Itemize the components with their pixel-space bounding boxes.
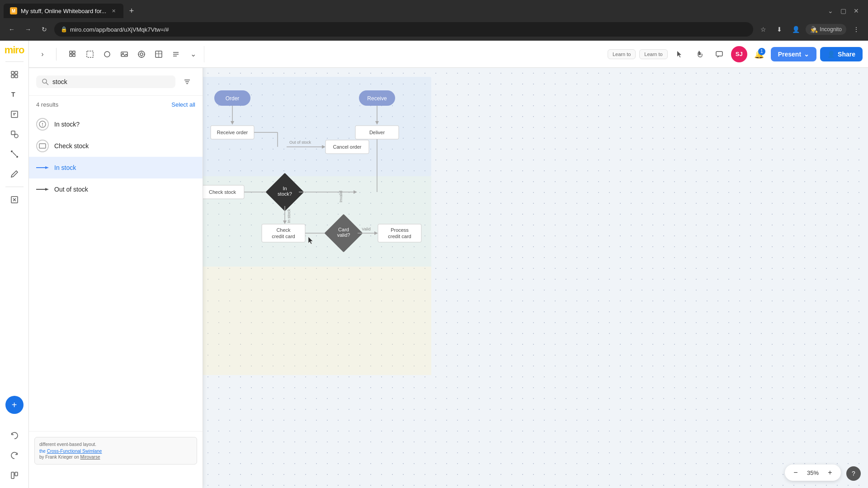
svg-text:Process: Process: [391, 227, 409, 233]
sidebar-item-pen[interactable]: [5, 165, 24, 183]
sidebar-item-text[interactable]: T: [5, 85, 24, 103]
user-avatar[interactable]: SJ: [731, 46, 747, 62]
incognito-btn[interactable]: 🕵 Incognito: [806, 24, 846, 35]
help-btn[interactable]: ?: [846, 466, 861, 481]
address-bar[interactable]: 🔒 miro.com/app/board/uXjVMqk7Vtw=/#: [54, 22, 753, 37]
tools-group-main: ⌄: [62, 46, 204, 62]
tab-bar: M My stuff, Online Whiteboard for... ✕ +…: [0, 0, 868, 18]
select-all-btn[interactable]: Select all: [171, 101, 195, 108]
toolbar-target-btn[interactable]: [133, 46, 150, 62]
svg-text:Out of stock: Out of stock: [289, 140, 311, 145]
notification-badge: 1: [758, 48, 765, 55]
preview-link[interactable]: the Cross-Functional Swimlane: [39, 449, 192, 454]
result-icon-connector-in-stock: [36, 161, 49, 174]
miro-logo[interactable]: miro: [5, 44, 24, 56]
result-icon-shape: [36, 118, 49, 131]
notification-btn[interactable]: 🔔 1: [751, 46, 767, 62]
svg-rect-103: [378, 224, 421, 242]
svg-text:In: In: [283, 186, 287, 191]
top-toolbar: › ⌄: [29, 41, 868, 68]
svg-rect-18: [70, 51, 72, 53]
zoom-out-btn[interactable]: −: [790, 467, 801, 478]
canvas-area[interactable]: miro My stuff: [29, 68, 868, 488]
svg-rect-22: [87, 51, 93, 57]
profile-btn[interactable]: 👤: [789, 23, 802, 36]
svg-rect-3: [15, 75, 18, 78]
new-tab-btn[interactable]: +: [125, 5, 138, 17]
search-result-out-of-stock[interactable]: Out of stock: [29, 178, 203, 200]
svg-rect-20: [70, 54, 72, 56]
share-label: Share: [838, 51, 855, 58]
toolbar-expand-btn[interactable]: ›: [34, 46, 51, 62]
tab-close-btn[interactable]: ✕: [110, 7, 117, 14]
svg-text:Deliver: Deliver: [369, 130, 385, 135]
svg-text:valid?: valid?: [337, 232, 350, 238]
search-result-check-stock[interactable]: Check stock: [29, 135, 203, 157]
refresh-btn[interactable]: ↻: [38, 23, 51, 36]
forward-btn[interactable]: →: [22, 23, 34, 36]
sidebar-item-connectors[interactable]: [5, 145, 24, 163]
svg-rect-92: [262, 224, 305, 242]
svg-rect-5: [11, 111, 18, 117]
svg-text:Order: Order: [226, 95, 240, 102]
search-input[interactable]: [52, 78, 170, 85]
sidebar-divider-mid: [5, 187, 24, 187]
sidebar-item-sticky[interactable]: [5, 105, 24, 123]
toolbar-table-btn[interactable]: [151, 46, 167, 62]
zoom-in-btn[interactable]: +: [825, 467, 835, 478]
svg-point-26: [138, 51, 145, 57]
toolbar-select-btn[interactable]: [82, 46, 98, 62]
result-icon-rect: [36, 140, 49, 152]
menu-btn[interactable]: ⋮: [850, 23, 863, 36]
svg-point-27: [140, 53, 143, 56]
svg-text:Check: Check: [276, 227, 291, 233]
svg-rect-50: [39, 144, 46, 148]
toolbar-image-btn[interactable]: [116, 46, 132, 62]
result-label-check-stock: Check stock: [54, 142, 89, 150]
filter-btn[interactable]: [179, 74, 195, 90]
toolbar-more-btn[interactable]: ⌄: [185, 46, 201, 62]
toolbar-frames-btn[interactable]: [65, 46, 81, 62]
svg-rect-17: [15, 472, 18, 476]
left-sidebar: miro T +: [0, 41, 29, 488]
sidebar-item-undo[interactable]: [5, 427, 24, 445]
search-panel: miro My stuff: [29, 68, 203, 488]
tab-favicon: M: [10, 7, 17, 14]
sidebar-item-shapes[interactable]: [5, 125, 24, 143]
search-result-in-stock[interactable]: In stock: [29, 157, 203, 178]
search-result-in-stock-q[interactable]: In stock?: [29, 113, 203, 135]
sidebar-item-frames[interactable]: [5, 66, 24, 84]
present-chevron: ⌄: [804, 51, 809, 58]
sidebar-item-add[interactable]: +: [5, 396, 24, 414]
tab-title: My stuff, Online Whiteboard for...: [21, 8, 106, 14]
svg-text:Receive: Receive: [367, 95, 387, 102]
back-btn[interactable]: ←: [5, 23, 18, 36]
svg-rect-2: [11, 75, 14, 78]
sidebar-divider-top: [5, 61, 24, 62]
search-header: [29, 68, 203, 96]
active-tab[interactable]: M My stuff, Online Whiteboard for... ✕: [4, 4, 123, 18]
sidebar-bottom: +: [5, 396, 24, 484]
toolbar-cursor-btn[interactable]: [671, 46, 688, 62]
svg-line-43: [46, 83, 48, 85]
zoom-level-display: 35%: [805, 469, 821, 476]
sidebar-item-redo[interactable]: [5, 446, 24, 465]
share-btn[interactable]: 👤 Share: [820, 47, 863, 61]
svg-marker-54: [45, 188, 49, 191]
sidebar-item-x[interactable]: [5, 191, 24, 209]
download-btn[interactable]: ⬇: [773, 23, 786, 36]
toolbar-comment-btn[interactable]: [711, 46, 727, 62]
toolbar-circle-btn[interactable]: [99, 46, 115, 62]
toolbar-list-btn[interactable]: [168, 46, 184, 62]
svg-text:Check stock: Check stock: [209, 189, 236, 195]
search-results-header: 4 results Select all: [29, 96, 203, 113]
result-label-out-of-stock: Out of stock: [54, 186, 88, 193]
sidebar-item-board-panels[interactable]: [5, 466, 24, 484]
search-input-wrapper[interactable]: [36, 75, 175, 88]
bookmark-btn[interactable]: ☆: [757, 23, 769, 36]
flowchart-svg: Inventory Payment Order Receive Receive …: [178, 77, 431, 375]
present-btn[interactable]: Present ⌄: [771, 47, 816, 61]
toolbar-hand-btn[interactable]: [691, 46, 708, 62]
svg-rect-1: [15, 71, 18, 74]
results-count: 4 results: [36, 101, 58, 108]
